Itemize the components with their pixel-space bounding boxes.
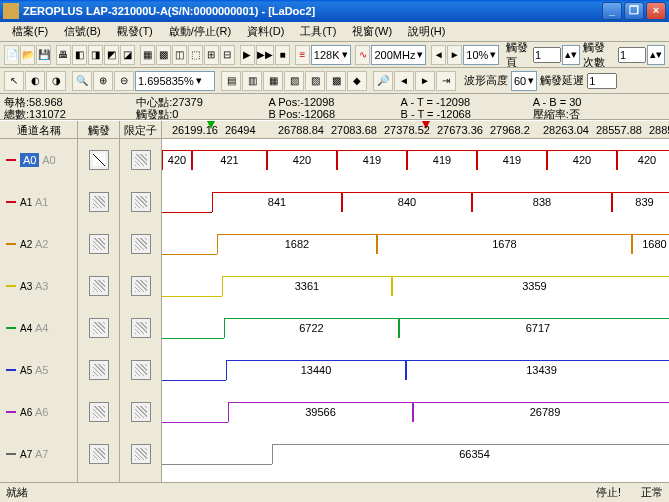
menu-item[interactable]: 視窗(W)	[344, 22, 400, 41]
nav-icon[interactable]: ▨	[305, 71, 325, 91]
tool-icon[interactable]: ▩	[156, 45, 171, 65]
goto-icon[interactable]: ⇥	[436, 71, 456, 91]
filter-cell[interactable]	[120, 139, 161, 181]
trigpage-spin[interactable]: ▴▾	[562, 45, 580, 65]
scale-combo[interactable]: 1.695835%▾	[135, 71, 215, 91]
tool-icon[interactable]: ◑	[46, 71, 66, 91]
wave-segment: 1682	[217, 234, 377, 254]
trigcnt-spin[interactable]: ▴▾	[647, 45, 665, 65]
tool-icon[interactable]: ◨	[88, 45, 103, 65]
tool-icon[interactable]: ⊞	[204, 45, 219, 65]
status-text: 就緒	[6, 485, 28, 500]
delay-input[interactable]	[587, 73, 617, 89]
play-icon[interactable]: ▶	[240, 45, 255, 65]
tool-icon[interactable]: ◫	[172, 45, 187, 65]
channel-row[interactable]: A6 A6	[0, 391, 77, 433]
info-bpos: B Pos:-12068	[268, 108, 400, 120]
trigpage-input[interactable]	[533, 47, 561, 63]
menu-item[interactable]: 說明(H)	[400, 22, 453, 41]
tool-icon[interactable]: ◩	[104, 45, 119, 65]
trigger-cell[interactable]	[78, 433, 119, 475]
maximize-button[interactable]: ❐	[624, 2, 644, 20]
nav-icon[interactable]: ▥	[242, 71, 262, 91]
zoom-icon[interactable]: 🔍	[72, 71, 92, 91]
tool-icon[interactable]: ⬚	[188, 45, 203, 65]
new-icon[interactable]: 📄	[4, 45, 19, 65]
channel-row[interactable]: A5 A5	[0, 349, 77, 391]
tool-icon[interactable]: ◐	[25, 71, 45, 91]
freq-combo[interactable]: 200MHz▾	[371, 45, 426, 65]
wave-segment: 419	[337, 150, 407, 170]
menubar: 檔案(F)信號(B)觀發(T)啟動/停止(R)資料(D)工具(T)視窗(W)說明…	[0, 22, 669, 42]
menu-item[interactable]: 工具(T)	[292, 22, 344, 41]
channel-name: A7 A7	[20, 448, 48, 460]
menu-item[interactable]: 啟動/停止(R)	[161, 22, 239, 41]
ruler-tick: 27673.36	[437, 124, 483, 136]
trigger-cell[interactable]	[78, 223, 119, 265]
menu-item[interactable]: 觀發(T)	[109, 22, 161, 41]
trigger-cell[interactable]	[78, 475, 119, 482]
waveform-panel[interactable]: 26199.162649426788.8427083.6827378.52276…	[162, 121, 669, 482]
ruler-tick: 2885	[649, 124, 669, 136]
trigcnt-input[interactable]	[618, 47, 646, 63]
nav-icon[interactable]: ▤	[221, 71, 241, 91]
tool-icon[interactable]: ▦	[140, 45, 155, 65]
nav-icon[interactable]: ▩	[326, 71, 346, 91]
filter-cell[interactable]	[120, 433, 161, 475]
channel-row[interactable]: B0 B0	[0, 475, 77, 482]
channel-row[interactable]: A7 A7	[0, 433, 77, 475]
nav-icon[interactable]: ◆	[347, 71, 367, 91]
zoomout-icon[interactable]: ⊖	[114, 71, 134, 91]
pct-next-icon[interactable]: ►	[447, 45, 462, 65]
channel-name: A0 A0	[20, 154, 56, 166]
menu-item[interactable]: 資料(D)	[239, 22, 292, 41]
channel-row[interactable]: A3 A3	[0, 265, 77, 307]
menu-item[interactable]: 信號(B)	[56, 22, 109, 41]
filter-cell[interactable]	[120, 349, 161, 391]
trigger-cell[interactable]	[78, 307, 119, 349]
filter-cell[interactable]	[120, 181, 161, 223]
channel-row[interactable]: A4 A4	[0, 307, 77, 349]
menu-item[interactable]: 檔案(F)	[4, 22, 56, 41]
print-icon[interactable]: 🖶	[56, 45, 71, 65]
open-icon[interactable]: 📂	[20, 45, 35, 65]
nav-icon[interactable]: ▧	[284, 71, 304, 91]
depth-combo[interactable]: 128K▾	[311, 45, 351, 65]
pct-combo[interactable]: 10%▾	[463, 45, 499, 65]
filter-cell[interactable]	[120, 391, 161, 433]
stop-icon[interactable]: ■	[275, 45, 290, 65]
channel-row[interactable]: A2 A2	[0, 223, 77, 265]
trigger-cell[interactable]	[78, 349, 119, 391]
trigger-cell[interactable]	[78, 181, 119, 223]
filter-cell[interactable]	[120, 307, 161, 349]
filter-cell[interactable]	[120, 265, 161, 307]
channel-row[interactable]: A0 A0	[0, 139, 77, 181]
tool-icon[interactable]: ◪	[120, 45, 135, 65]
cursor-icon[interactable]: ↖	[4, 71, 24, 91]
tool-icon[interactable]: ⊟	[220, 45, 235, 65]
nav-icon[interactable]: ▦	[263, 71, 283, 91]
minimize-button[interactable]: _	[602, 2, 622, 20]
trigger-cell[interactable]	[78, 391, 119, 433]
close-button[interactable]: ×	[646, 2, 666, 20]
filter-cell[interactable]	[120, 223, 161, 265]
ff-icon[interactable]: ▶▶	[256, 45, 274, 65]
trigger-cell[interactable]	[78, 139, 119, 181]
height-combo[interactable]: 60▾	[511, 71, 537, 91]
tool-icon[interactable]: ◧	[72, 45, 87, 65]
wave-segment	[162, 380, 226, 381]
delay-label: 觸發延遲	[538, 73, 586, 88]
wave-segment: 66354	[272, 444, 669, 464]
find-icon[interactable]: 🔎	[373, 71, 393, 91]
channel-name: A5 A5	[20, 364, 48, 376]
channel-row[interactable]: A1 A1	[0, 181, 77, 223]
prev-icon[interactable]: ◄	[394, 71, 414, 91]
infobar: 每格:58.968總數:131072 中心點:27379觸發點:0 A Pos:…	[0, 94, 669, 120]
save-icon[interactable]: 💾	[36, 45, 51, 65]
pct-prev-icon[interactable]: ◄	[431, 45, 446, 65]
next-icon[interactable]: ►	[415, 71, 435, 91]
trigger-cell[interactable]	[78, 265, 119, 307]
waveform-row: 67226717	[162, 307, 669, 349]
filter-cell[interactable]	[120, 475, 161, 482]
zoomin-icon[interactable]: ⊕	[93, 71, 113, 91]
